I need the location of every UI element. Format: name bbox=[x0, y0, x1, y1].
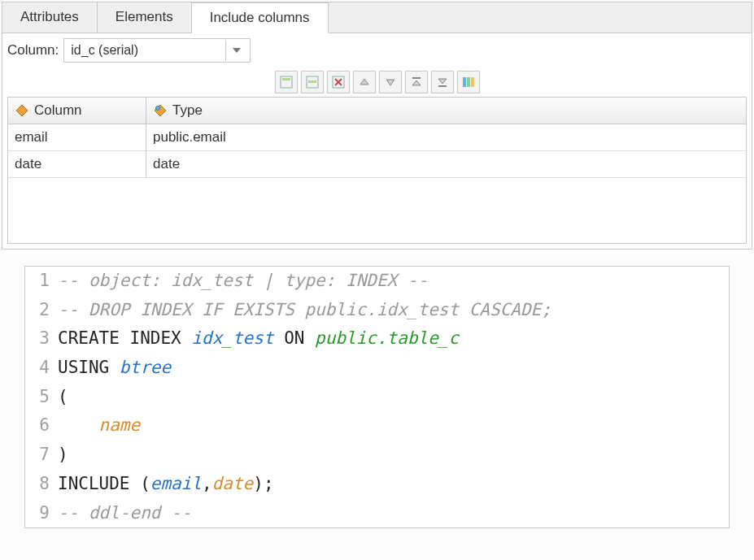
column-combo-value: id_c (serial) bbox=[71, 43, 138, 58]
move-bottom-button[interactable] bbox=[431, 71, 454, 93]
code-text: -- ddl-end -- bbox=[58, 499, 191, 528]
move-down-button[interactable] bbox=[379, 71, 402, 93]
line-number: 9 bbox=[25, 499, 58, 528]
add-row-button[interactable] bbox=[275, 71, 298, 93]
tab-include-columns[interactable]: Include columns bbox=[192, 2, 329, 33]
cell-type: public.email bbox=[146, 124, 746, 150]
code-line: 3CREATE INDEX idx_test ON public.table_c bbox=[25, 324, 729, 354]
svg-rect-5 bbox=[412, 77, 421, 79]
code-line: 9-- ddl-end -- bbox=[25, 499, 729, 528]
tab-bar: Attributes Elements Include columns bbox=[2, 2, 752, 33]
delete-row-button[interactable] bbox=[327, 71, 350, 93]
code-line: 6 name bbox=[25, 411, 729, 441]
svg-rect-8 bbox=[467, 77, 470, 87]
code-line: 1-- object: idx_test | type: INDEX -- bbox=[25, 267, 729, 296]
row-toolbar bbox=[7, 67, 747, 97]
header-type-label: Type bbox=[172, 102, 203, 119]
cell-column: date bbox=[8, 151, 146, 177]
code-text: name bbox=[58, 411, 140, 441]
cell-column: email bbox=[8, 124, 146, 150]
table-empty-area bbox=[8, 178, 746, 243]
line-number: 5 bbox=[25, 383, 58, 412]
svg-rect-1 bbox=[282, 78, 290, 80]
code-text: -- object: idx_test | type: INDEX -- bbox=[58, 267, 428, 296]
code-line: 4USING btree bbox=[25, 354, 729, 383]
svg-rect-7 bbox=[463, 77, 466, 87]
code-text: -- DROP INDEX IF EXISTS public.idx_test … bbox=[58, 296, 551, 325]
column-icon bbox=[15, 103, 29, 118]
table-row[interactable]: date date bbox=[8, 151, 746, 178]
line-number: 4 bbox=[25, 354, 58, 383]
code-line: 5( bbox=[25, 383, 729, 412]
edit-row-button[interactable] bbox=[301, 71, 324, 93]
line-number: 3 bbox=[25, 324, 58, 354]
header-type[interactable]: Type bbox=[146, 98, 746, 124]
table-header: Column Type bbox=[8, 98, 746, 124]
type-icon bbox=[153, 103, 168, 118]
columns-table: Column Type email public.email date date bbox=[7, 97, 747, 244]
tab-elements[interactable]: Elements bbox=[98, 2, 192, 33]
table-row[interactable]: email public.email bbox=[8, 124, 746, 151]
line-number: 1 bbox=[25, 267, 58, 296]
svg-point-10 bbox=[156, 106, 160, 111]
column-selector-row: Column: id_c (serial) bbox=[7, 37, 747, 67]
columns-picker-button[interactable] bbox=[457, 71, 480, 93]
code-text: USING btree bbox=[58, 354, 171, 383]
column-combo[interactable]: id_c (serial) bbox=[63, 38, 251, 63]
tab-attributes[interactable]: Attributes bbox=[2, 2, 98, 33]
sql-preview: 1-- object: idx_test | type: INDEX --2--… bbox=[24, 266, 730, 528]
header-column[interactable]: Column bbox=[8, 98, 146, 124]
line-number: 6 bbox=[25, 411, 58, 441]
include-columns-panel: Attributes Elements Include columns Colu… bbox=[2, 2, 752, 250]
chevron-down-icon bbox=[225, 40, 246, 61]
code-text: INCLUDE (email,date); bbox=[58, 470, 274, 499]
svg-rect-6 bbox=[438, 85, 447, 87]
svg-rect-3 bbox=[308, 80, 316, 83]
header-column-label: Column bbox=[34, 102, 82, 119]
cell-type: date bbox=[146, 151, 746, 177]
line-number: 2 bbox=[25, 296, 58, 325]
line-number: 7 bbox=[25, 441, 58, 470]
code-text: ( bbox=[58, 383, 68, 412]
move-top-button[interactable] bbox=[405, 71, 428, 93]
tab-content: Column: id_c (serial) bbox=[2, 33, 752, 249]
line-number: 8 bbox=[25, 470, 58, 499]
code-line: 2-- DROP INDEX IF EXISTS public.idx_test… bbox=[25, 296, 729, 325]
svg-rect-9 bbox=[471, 77, 474, 87]
code-text: CREATE INDEX idx_test ON public.table_c bbox=[58, 324, 459, 354]
code-line: 8INCLUDE (email,date); bbox=[25, 470, 729, 499]
column-label: Column: bbox=[7, 42, 59, 59]
move-up-button[interactable] bbox=[353, 71, 376, 93]
code-line: 7) bbox=[25, 441, 729, 470]
code-text: ) bbox=[58, 441, 68, 470]
